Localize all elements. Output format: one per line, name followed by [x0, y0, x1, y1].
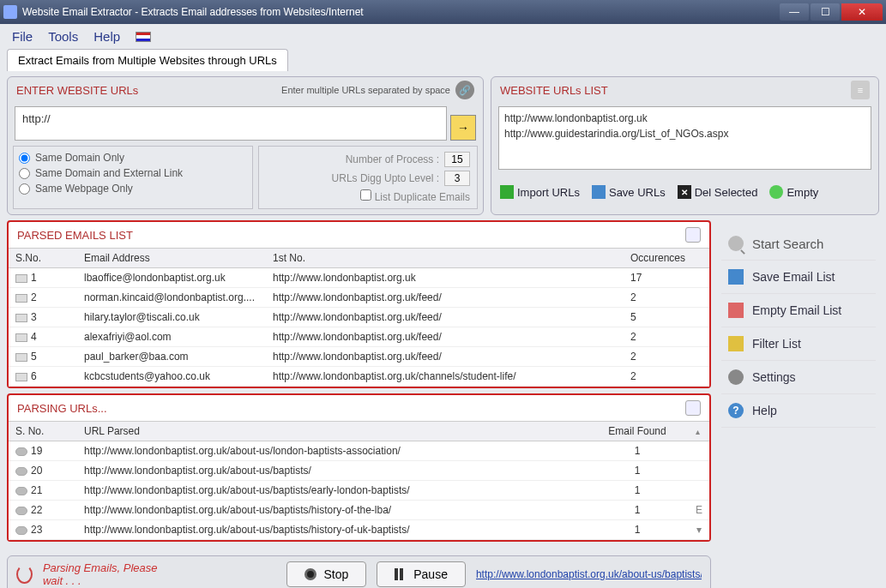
- app-icon: [3, 5, 17, 19]
- mail-icon: [15, 353, 27, 362]
- mail-icon: [15, 294, 27, 303]
- table-row[interactable]: 5paul_barker@baa.comhttp://www.londonbap…: [9, 347, 709, 367]
- window-title: Website Email Extractor - Extracts Email…: [22, 6, 780, 18]
- table-row[interactable]: 22http://www.londonbaptist.org.uk/about-…: [9, 501, 709, 520]
- domain-scope-group: Same Domain Only Same Domain and Externa…: [13, 146, 253, 209]
- menu-help[interactable]: Help: [93, 29, 120, 44]
- table-row[interactable]: 6kcbcstudents@yahoo.co.ukhttp://www.lond…: [9, 367, 709, 387]
- enter-urls-hint: Enter multiple URLs separated by space: [281, 85, 450, 95]
- link-icon: [15, 447, 27, 456]
- col-sno[interactable]: S.No.: [9, 249, 77, 268]
- url-input[interactable]: http://: [15, 106, 447, 141]
- urls-list-header: WEBSITE URLs LIST: [500, 84, 608, 97]
- radio-same-domain[interactable]: Same Domain Only: [19, 150, 247, 165]
- col-occ[interactable]: Occurences: [624, 249, 709, 268]
- menu-tools[interactable]: Tools: [48, 29, 78, 44]
- table-row[interactable]: 2norman.kincaid@londonbaptist.org....htt…: [9, 288, 709, 308]
- stop-button[interactable]: Stop: [286, 561, 366, 587]
- tabstrip: Extract Emails from Multiple Websites th…: [0, 49, 886, 71]
- num-process-label: Number of Process :: [346, 153, 439, 165]
- pause-icon: [395, 568, 407, 580]
- crawl-options-group: Number of Process : URLs Digg Upto Level…: [258, 146, 478, 209]
- collapse-icon[interactable]: [685, 400, 701, 416]
- parsed-emails-header: PARSED EMAILS LIST: [17, 229, 133, 242]
- parsed-emails-table: S.No. Email Address 1st No. Occurences 1…: [9, 248, 709, 387]
- duplicate-emails-checkbox[interactable]: List Duplicate Emails: [360, 189, 470, 203]
- settings-button[interactable]: Settings: [721, 361, 876, 394]
- stop-icon: [304, 568, 316, 580]
- link-icon: [15, 507, 27, 515]
- import-urls-button[interactable]: Import URLs: [500, 185, 580, 199]
- table-row[interactable]: 21http://www.londonbaptist.org.uk/about-…: [9, 481, 709, 501]
- filter-icon: [728, 336, 744, 351]
- table-row[interactable]: 3hilary.taylor@tiscali.co.ukhttp://www.l…: [9, 308, 709, 327]
- empty-email-list-button[interactable]: Empty Email List: [721, 294, 876, 327]
- control-bar: Parsing Emails, Please wait . . . Stop P…: [7, 555, 711, 588]
- parsing-status-text: Parsing Emails, Please wait . . .: [43, 561, 172, 587]
- table-row[interactable]: 20http://www.londonbaptist.org.uk/about-…: [9, 461, 709, 481]
- urls-list-panel: WEBSITE URLs LIST ≡ http://www.londonbap…: [491, 76, 879, 215]
- delete-selected-button[interactable]: Del Selected: [678, 185, 758, 199]
- table-row[interactable]: 19http://www.londonbaptist.org.uk/about-…: [9, 441, 709, 461]
- save-urls-button[interactable]: Save URLs: [592, 185, 666, 199]
- mail-icon: [15, 373, 27, 381]
- link-icon: [15, 467, 27, 476]
- titlebar: Website Email Extractor - Extracts Email…: [0, 0, 886, 24]
- save-icon: [728, 269, 744, 285]
- table-row[interactable]: 23http://www.londonbaptist.org.uk/about-…: [9, 520, 709, 540]
- collapse-icon[interactable]: ≡: [851, 81, 870, 99]
- link-icon: [15, 487, 27, 495]
- search-icon: [728, 236, 744, 251]
- maximize-button[interactable]: ☐: [811, 3, 840, 21]
- current-url-link[interactable]: http://www.londonbaptist.org.uk/about-us…: [476, 568, 702, 580]
- empty-button[interactable]: Empty: [769, 185, 818, 199]
- urls-listbox[interactable]: http://www.londonbaptist.org.uk http://w…: [498, 106, 871, 170]
- save-email-list-button[interactable]: Save Email List: [721, 261, 876, 294]
- link-icon: [15, 526, 27, 535]
- close-button[interactable]: ✕: [841, 3, 883, 21]
- mail-icon: [15, 314, 27, 322]
- help-icon: [728, 403, 744, 418]
- gear-icon: [728, 369, 744, 385]
- submit-url-button[interactable]: →: [450, 115, 476, 141]
- menubar: File Tools Help: [0, 24, 886, 49]
- minimize-button[interactable]: —: [780, 3, 809, 21]
- pause-button[interactable]: Pause: [377, 561, 466, 587]
- digg-level-input[interactable]: [444, 171, 470, 186]
- scroll-up-icon[interactable]: ▴: [696, 427, 700, 436]
- filter-list-button[interactable]: Filter List: [721, 327, 876, 361]
- num-process-input[interactable]: [444, 152, 470, 167]
- help-button[interactable]: Help: [721, 394, 876, 428]
- radio-same-domain-external[interactable]: Same Domain and External Link: [19, 165, 247, 181]
- tab-extract-emails[interactable]: Extract Emails from Multiple Websites th…: [7, 49, 288, 71]
- export-icon[interactable]: [685, 227, 701, 243]
- language-flag-icon[interactable]: [136, 32, 151, 42]
- link-icon: 🔗: [455, 81, 474, 99]
- list-item[interactable]: http://www.londonbaptist.org.uk: [504, 111, 865, 126]
- col-first[interactable]: 1st No.: [266, 249, 624, 268]
- parsing-urls-table: S. No. URL Parsed Email Found ▴ 19http:/…: [9, 421, 709, 540]
- empty-icon: [728, 303, 744, 318]
- table-row[interactable]: 1lbaoffice@londonbaptist.org.ukhttp://ww…: [9, 268, 709, 288]
- menu-file[interactable]: File: [12, 29, 33, 44]
- list-item[interactable]: http://www.guidestarindia.org/List_of_NG…: [504, 126, 865, 141]
- digg-level-label: URLs Digg Upto Level :: [332, 172, 439, 184]
- col-url[interactable]: URL Parsed: [77, 422, 586, 441]
- save-icon: [592, 185, 606, 199]
- col-email[interactable]: Email Address: [77, 249, 266, 268]
- import-icon: [500, 185, 514, 199]
- col-found[interactable]: Email Found: [586, 422, 689, 441]
- radio-same-webpage[interactable]: Same Webpage Only: [19, 181, 247, 196]
- parsed-emails-panel: PARSED EMAILS LIST S.No. Email Address 1…: [7, 220, 711, 388]
- col-sno[interactable]: S. No.: [9, 422, 77, 441]
- mail-icon: [15, 333, 27, 342]
- start-search-button[interactable]: Start Search: [721, 227, 876, 261]
- table-row[interactable]: 4alexafriyi@aol.comhttp://www.londonbapt…: [9, 327, 709, 347]
- enter-urls-panel: ENTER WEBSITE URLs Enter multiple URLs s…: [7, 76, 484, 215]
- delete-icon: [678, 185, 691, 199]
- mail-icon: [15, 274, 27, 283]
- parsing-urls-header: PARSING URLs...: [17, 402, 107, 415]
- spinner-icon: [16, 565, 33, 584]
- side-actions-panel: Start Search Save Email List Empty Email…: [718, 220, 879, 588]
- empty-icon: [769, 185, 783, 199]
